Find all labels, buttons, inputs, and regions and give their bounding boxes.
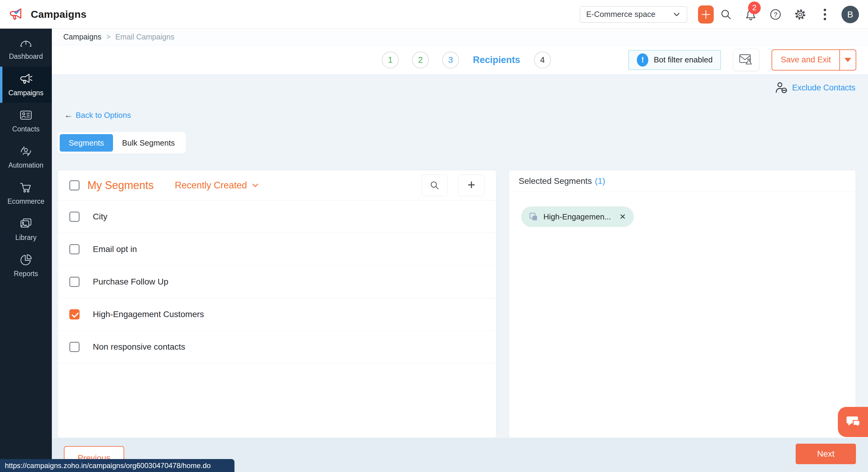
sidebar-item-label: Contacts [12,125,40,133]
test-email-preview-button[interactable] [733,49,760,71]
segment-checkbox[interactable] [69,277,80,287]
sidebar-nav: Dashboard Campaigns Contacts [0,29,52,472]
active-step-label: Recipients [473,55,520,65]
select-all-checkbox[interactable] [69,180,80,190]
sidebar-item-label: Dashboard [9,53,43,61]
my-segments-title: My Segments [87,179,154,192]
svg-text:?: ? [774,11,777,19]
settings-button[interactable] [788,7,812,22]
avatar[interactable]: B [841,6,859,23]
help-icon: ? [769,8,782,21]
selected-segments-count: (1) [595,176,605,186]
breadcrumb-campaigns[interactable]: Campaigns [63,33,101,41]
pie-chart-icon [19,253,33,266]
sidebar-item-ecommerce[interactable]: Ecommerce [0,175,52,211]
save-and-exit-split-button: Save and Exit [772,50,856,70]
sidebar-item-label: Library [16,233,36,242]
segment-label: Non responsive contacts [93,342,185,352]
library-images-icon [19,217,33,230]
plus-icon [701,9,711,20]
back-arrow-icon: ← [64,110,73,120]
step-1[interactable]: 1 [382,52,399,68]
tab-bulk-segments[interactable]: Bulk Segments [113,134,184,152]
plus-icon: + [467,178,475,191]
help-button[interactable]: ? [763,8,788,21]
automation-icon [19,145,33,158]
search-segments-button[interactable] [421,175,448,196]
sidebar-item-dashboard[interactable]: Dashboard [0,30,52,67]
sidebar-item-label: Ecommerce [7,197,44,206]
notifications-badge: 2 [748,1,761,14]
back-to-options-label: Back to Options [76,111,131,120]
chat-widget-button[interactable] [838,407,868,437]
notifications-button[interactable]: 2 [738,7,763,22]
back-to-options-link[interactable]: ← Back to Options [64,110,131,120]
info-icon: ! [637,53,648,67]
dashboard-icon [19,37,33,49]
breadcrumb-separator: > [106,33,110,41]
sidebar-item-library[interactable]: Library [0,211,52,247]
segment-checkbox[interactable] [69,212,80,222]
contact-card-icon [19,109,33,122]
workspace-selector[interactable]: E-Commerce space [580,6,687,23]
caret-down-icon [844,58,851,62]
segment-checkbox[interactable] [69,342,80,352]
step-3[interactable]: 3 [442,52,459,68]
chip-remove-icon[interactable]: ✕ [619,212,626,221]
create-new-button[interactable] [698,5,714,24]
save-and-exit-button[interactable]: Save and Exit [772,50,839,70]
app-title: Campaigns [31,8,87,20]
chat-bubbles-icon [845,414,862,430]
segment-row[interactable]: High-Engagement Customers [58,298,496,331]
sort-dropdown[interactable]: Recently Created [175,180,259,191]
cart-icon [19,181,33,194]
exclude-contacts-label: Exclude Contacts [792,83,855,93]
sidebar-item-label: Automation [8,161,43,169]
segment-row[interactable]: City [58,200,496,233]
step-2[interactable]: 2 [412,52,429,68]
app-logo[interactable]: Campaigns [9,7,87,22]
chip-label: High-Engagemen... [544,212,611,222]
segment-row[interactable]: Purchase Follow Up [58,265,496,298]
create-segment-button[interactable]: + [458,175,485,196]
selected-segments-panel: Selected Segments (1) High-Engagemen... … [509,170,856,438]
segment-checkbox[interactable] [69,244,80,254]
status-url: https://campaigns.zoho.in/campaigns/org6… [5,462,211,470]
segment-icon [529,212,538,221]
sidebar-item-automation[interactable]: Automation [0,139,52,175]
sidebar-item-label: Reports [14,270,38,278]
segment-row[interactable]: Email opt in [58,233,496,265]
breadcrumb-current: Email Campaigns [115,33,174,41]
wizard-toolbar: 1 2 3 Recipients 4 ! Bot filter enabled [52,45,868,75]
sidebar-item-contacts[interactable]: Contacts [0,103,52,139]
segment-checkbox[interactable] [69,309,80,319]
tab-segments[interactable]: Segments [60,134,113,152]
step-4[interactable]: 4 [534,52,551,68]
segment-row[interactable]: Non responsive contacts [58,331,496,363]
segment-label: City [93,212,107,222]
sidebar-item-reports[interactable]: Reports [0,247,52,284]
bot-filter-notice[interactable]: ! Bot filter enabled [628,50,721,70]
search-button[interactable] [714,8,738,21]
segment-label: Email opt in [93,245,137,254]
save-and-exit-menu-button[interactable] [839,50,856,70]
toolbar-right-cluster: ! Bot filter enabled Save and Exit [628,45,856,74]
segments-tabs: Segments Bulk Segments [58,132,186,154]
search-icon [429,180,440,191]
sidebar-item-campaigns[interactable]: Campaigns [0,67,52,103]
megaphone-icon [19,73,33,85]
my-segments-panel: My Segments Recently Created + [58,170,496,438]
recipients-content: Exclude Contacts ← Back to Options Segme… [52,75,868,472]
chevron-down-icon [251,182,259,189]
sidebar-item-label: Campaigns [8,89,43,97]
main-area: Campaigns > Email Campaigns 1 2 3 Recipi… [52,29,868,472]
segment-label: Purchase Follow Up [93,277,168,287]
workspace-selected-value: E-Commerce space [586,10,655,19]
email-test-icon [738,53,754,67]
campaigns-logo-icon [9,7,25,22]
next-button[interactable]: Next [796,444,856,464]
wizard-stepper: 1 2 3 Recipients 4 [382,45,551,74]
exclude-contacts-link[interactable]: Exclude Contacts [775,82,855,94]
more-menu-button[interactable] [812,7,837,22]
search-icon [719,8,733,21]
